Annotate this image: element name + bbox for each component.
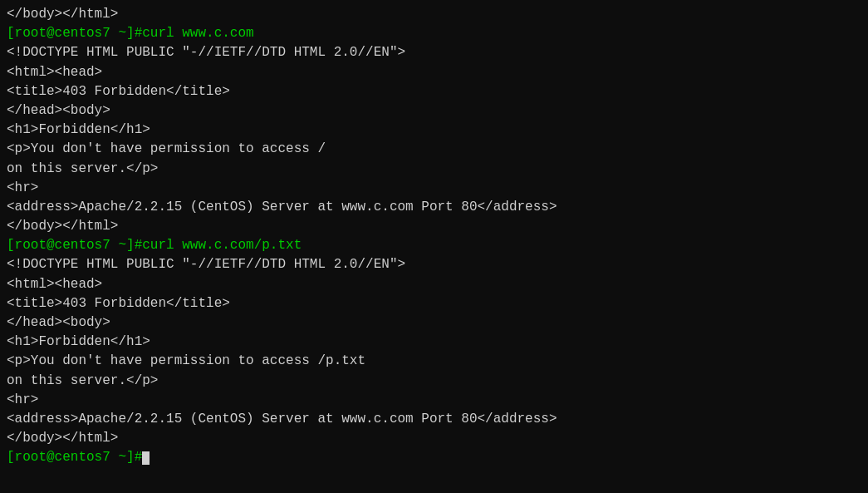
terminal-line: <html><head>: [7, 63, 861, 82]
terminal-line: <!DOCTYPE HTML PUBLIC "-//IETF//DTD HTML…: [7, 255, 861, 274]
terminal-line: </body></html>: [7, 429, 861, 448]
terminal-line: </head><body>: [7, 101, 861, 121]
terminal-line: <h1>Forbidden</h1>: [7, 333, 861, 352]
terminal-window[interactable]: </body></html>[root@centos7 ~]#curl www.…: [0, 0, 868, 493]
terminal-line: <address>Apache/2.2.15 (CentOS) Server a…: [7, 198, 861, 217]
terminal-cursor: [142, 451, 150, 465]
terminal-line: <!DOCTYPE HTML PUBLIC "-//IETF//DTD HTML…: [7, 43, 861, 62]
terminal-line: on this server.</p>: [7, 372, 861, 391]
terminal-line: [root@centos7 ~]#curl www.c.com/p.txt: [7, 236, 861, 255]
terminal-line: on this server.</p>: [7, 160, 861, 179]
terminal-line: <hr>: [7, 391, 861, 410]
terminal-line: </body></html>: [7, 217, 861, 236]
terminal-line: <p>You don't have permission to access /…: [7, 352, 861, 371]
terminal-line: <hr>: [7, 179, 861, 198]
terminal-line: </head><body>: [7, 313, 861, 333]
terminal-line: </body></html>: [7, 5, 861, 24]
terminal-line: <title>403 Forbidden</title>: [7, 294, 861, 313]
terminal-line: <p>You don't have permission to access /: [7, 140, 861, 159]
terminal-line: <title>403 Forbidden</title>: [7, 82, 861, 101]
terminal-line: [root@centos7 ~]#: [7, 448, 861, 467]
terminal-line: <address>Apache/2.2.15 (CentOS) Server a…: [7, 410, 861, 429]
terminal-line: [root@centos7 ~]#curl www.c.com: [7, 24, 861, 43]
terminal-line: <h1>Forbidden</h1>: [7, 121, 861, 140]
terminal-line: <html><head>: [7, 275, 861, 294]
